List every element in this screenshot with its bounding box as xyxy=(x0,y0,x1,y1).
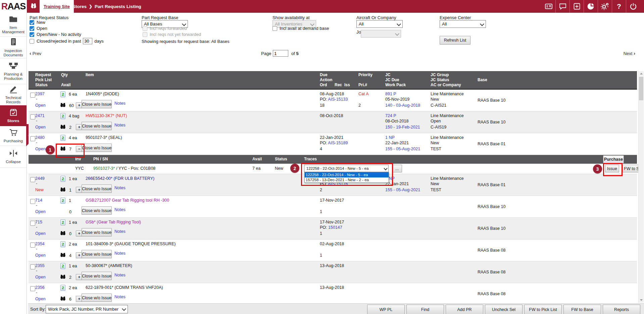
request-number-link[interactable]: 2471 xyxy=(35,113,45,118)
scrollbar-thumb[interactable] xyxy=(639,77,643,100)
notes-link[interactable]: Notes xyxy=(114,207,126,212)
footer-button[interactable]: Uncheck Sel xyxy=(485,305,523,314)
tab-training-site[interactable]: Training Site xyxy=(40,0,74,13)
item-info-icon[interactable]: 2 xyxy=(60,176,65,182)
request-status-link[interactable]: New xyxy=(35,188,44,192)
request-number-link[interactable]: 2355 xyxy=(35,263,45,268)
notes-link[interactable]: Notes xyxy=(114,186,126,190)
pie-chart-icon[interactable] xyxy=(584,0,598,13)
sidebar-item-collapse[interactable]: Collapse xyxy=(0,146,27,168)
item-info-icon[interactable]: 2 xyxy=(60,91,65,97)
close-wo-issue-button[interactable]: Close w/o Issue xyxy=(82,272,112,280)
jc-link[interactable]: 1 NP xyxy=(385,135,395,140)
row-checkbox[interactable] xyxy=(30,221,35,226)
breadcrumb-section[interactable]: Stores xyxy=(72,4,87,9)
pn-link[interactable]: 9501027-3* xyxy=(93,166,115,171)
checkbox-icon[interactable] xyxy=(30,39,34,44)
sidebar-item-inspection-documents[interactable]: Inspection Documents xyxy=(0,37,27,58)
request-status-link[interactable]: Open xyxy=(35,275,46,279)
sort-by-select[interactable]: Work Pack, JC Number, PR Number xyxy=(46,305,128,313)
binoculars-icon[interactable] xyxy=(59,103,66,109)
sidebar-item-technical-records[interactable]: Technical Records xyxy=(0,84,27,105)
add-icon[interactable] xyxy=(569,0,584,13)
checkbox-icon[interactable] xyxy=(30,32,34,37)
checkbox-icon[interactable] xyxy=(273,26,277,31)
binoculars-icon[interactable] xyxy=(59,187,66,193)
id-card-icon[interactable] xyxy=(542,0,555,13)
traces-option[interactable]: 157258 - 13-Dec-2021 - New - 2 - ea xyxy=(305,177,389,182)
request-status-link[interactable]: Open xyxy=(35,209,46,214)
purchase-button[interactable]: Purchase xyxy=(603,155,624,163)
request-number-link[interactable]: 2397 xyxy=(35,92,45,96)
request-status-link[interactable]: Open xyxy=(35,253,46,258)
binoculars-icon[interactable] xyxy=(59,146,66,152)
notes-link[interactable]: Notes xyxy=(114,251,126,256)
close-wo-issue-button[interactable]: Close w/o Issue xyxy=(82,206,112,215)
jc-link[interactable]: 724 P xyxy=(385,113,396,118)
checkbox-open[interactable]: Open xyxy=(30,26,47,31)
notes-link[interactable]: Notes xyxy=(114,273,126,277)
notes-link[interactable]: Notes xyxy=(114,229,126,234)
item-info-icon[interactable]: 2 xyxy=(60,263,65,269)
item-info-icon[interactable]: 2 xyxy=(60,219,65,225)
close-wo-issue-button[interactable]: Close w/o Issue xyxy=(82,294,112,302)
binoculars-icon[interactable] xyxy=(30,2,38,11)
close-wo-issue-button[interactable]: Close w/o Issue xyxy=(82,144,112,152)
sidebar-item-item-management[interactable]: Item Management xyxy=(0,13,27,37)
binoculars-icon[interactable] xyxy=(59,231,66,237)
request-number-link[interactable]: 2449 xyxy=(35,176,45,181)
checkbox-closed-rejected[interactable]: Closed/rejected in past days xyxy=(30,38,104,44)
request-status-link[interactable]: Open xyxy=(35,297,46,301)
scroll-down-icon[interactable] xyxy=(639,298,644,303)
request-status-link[interactable]: Open xyxy=(35,147,46,151)
close-wo-issue-button[interactable]: Close w/o Issue xyxy=(82,228,112,237)
more-traces-button[interactable]: ... xyxy=(392,165,402,172)
footer-button[interactable]: Find xyxy=(406,305,444,314)
request-number-link[interactable]: 715 xyxy=(35,220,42,224)
sidebar-item-purchasing[interactable]: Purchasing xyxy=(0,126,27,146)
binoculars-icon[interactable] xyxy=(59,296,66,302)
row-checkbox[interactable] xyxy=(30,114,35,119)
row-checkbox[interactable] xyxy=(30,243,35,248)
footer-button[interactable]: WP PL xyxy=(367,305,405,314)
traces-select[interactable]: 122258 - 22-Oct-2014 - New - 5 - ea xyxy=(304,165,389,172)
item-info-icon[interactable]: 2 xyxy=(60,198,65,204)
next-page-link[interactable]: Next › xyxy=(624,50,635,56)
footer-button[interactable]: FW to Pick List xyxy=(524,305,562,314)
row-checkbox[interactable] xyxy=(30,136,35,141)
checkbox-icon[interactable] xyxy=(30,26,34,31)
close-wo-issue-button[interactable]: Close w/o Issue xyxy=(82,250,112,258)
binoculars-icon[interactable] xyxy=(59,274,66,280)
request-number-link[interactable]: 714 xyxy=(35,198,42,203)
notes-link[interactable]: Notes xyxy=(114,101,126,106)
checkbox-incl-avail-demand-base[interactable]: Incl avail at demand base xyxy=(273,26,329,31)
work-pack-link[interactable]: 150 - 19-Feb-2021 xyxy=(385,125,420,129)
request-number-link[interactable]: 2356 xyxy=(35,285,45,290)
request-number-link[interactable]: 2354 xyxy=(35,242,45,246)
row-checkbox[interactable] xyxy=(30,93,35,98)
sidebar-item-stores[interactable]: Stores xyxy=(0,105,27,126)
settings-icon[interactable] xyxy=(598,0,612,13)
vertical-scrollbar[interactable] xyxy=(638,71,644,303)
work-pack-link[interactable]: 155 - 05-Aug-2021 xyxy=(385,188,420,192)
binoculars-icon[interactable] xyxy=(59,124,66,130)
po-link[interactable]: 150147 xyxy=(328,225,342,230)
prev-page-link[interactable]: ‹ Prev xyxy=(30,50,41,56)
page-number-input[interactable] xyxy=(273,50,288,57)
item-info-icon[interactable]: 2 xyxy=(60,113,65,119)
close-wo-issue-button[interactable]: Close w/o Issue xyxy=(82,122,112,130)
traces-option[interactable]: 122258 - 22-Oct-2014 - New - 5 - ea xyxy=(305,172,389,177)
binoculars-icon[interactable] xyxy=(59,253,66,259)
work-pack-link[interactable]: 155 - 05-Aug-2021 xyxy=(385,147,420,151)
close-wo-issue-button[interactable]: Close w/o Issue xyxy=(82,100,112,108)
work-pack-link[interactable]: 140 - 03-Aug-2018 xyxy=(385,103,420,108)
row-checkbox[interactable] xyxy=(30,264,35,269)
scroll-up-icon[interactable] xyxy=(639,71,644,76)
po-link[interactable]: AIS-15189 xyxy=(328,141,348,145)
item-info-icon[interactable]: 2 xyxy=(60,241,65,247)
checkbox-new[interactable]: New xyxy=(30,20,45,25)
power-icon[interactable] xyxy=(626,0,640,13)
sidebar-item-planning-production[interactable]: Planning & Production xyxy=(0,58,27,84)
request-status-link[interactable]: Open xyxy=(35,103,46,108)
issue-button[interactable]: Issue xyxy=(605,165,619,172)
